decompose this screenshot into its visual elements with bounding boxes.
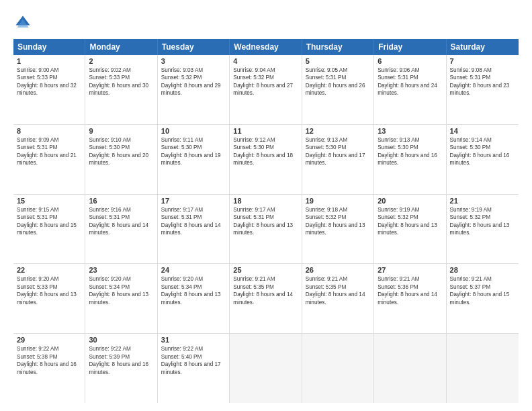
calendar-cell: 26Sunrise: 9:21 AMSunset: 5:35 PMDayligh… [302, 264, 374, 333]
calendar-row: 29Sunrise: 9:22 AMSunset: 5:38 PMDayligh… [13, 334, 519, 403]
calendar-header-cell: Sunday [13, 39, 85, 55]
cell-info: Sunrise: 9:21 AMSunset: 5:37 PMDaylight:… [450, 275, 515, 306]
day-number: 15 [17, 197, 81, 205]
day-number: 10 [161, 127, 226, 135]
calendar-cell: 21Sunrise: 9:19 AMSunset: 5:32 PMDayligh… [447, 195, 519, 264]
day-number: 6 [378, 57, 442, 65]
cell-info: Sunrise: 9:06 AMSunset: 5:31 PMDaylight:… [378, 66, 442, 97]
day-number: 30 [89, 336, 153, 344]
day-number: 20 [378, 197, 442, 205]
calendar-page: SundayMondayTuesdayWednesdayThursdayFrid… [0, 0, 532, 411]
cell-info: Sunrise: 9:14 AMSunset: 5:30 PMDaylight:… [450, 136, 515, 167]
calendar-row: 1Sunrise: 9:00 AMSunset: 5:33 PMDaylight… [13, 55, 519, 125]
day-number: 14 [450, 127, 515, 135]
cell-info: Sunrise: 9:11 AMSunset: 5:30 PMDaylight:… [161, 136, 226, 167]
cell-info: Sunrise: 9:19 AMSunset: 5:32 PMDaylight:… [450, 206, 515, 237]
day-number: 11 [233, 127, 298, 135]
logo-icon [13, 13, 32, 32]
day-number: 7 [450, 57, 515, 65]
calendar-header-cell: Friday [374, 39, 446, 55]
cell-info: Sunrise: 9:13 AMSunset: 5:30 PMDaylight:… [306, 136, 370, 167]
calendar-cell: 22Sunrise: 9:20 AMSunset: 5:33 PMDayligh… [13, 264, 85, 333]
cell-info: Sunrise: 9:16 AMSunset: 5:31 PMDaylight:… [89, 206, 153, 237]
calendar-cell: 6Sunrise: 9:06 AMSunset: 5:31 PMDaylight… [374, 55, 446, 124]
calendar-cell: 25Sunrise: 9:21 AMSunset: 5:35 PMDayligh… [230, 264, 302, 333]
day-number: 12 [306, 127, 370, 135]
calendar-cell: 3Sunrise: 9:03 AMSunset: 5:32 PMDaylight… [158, 55, 230, 124]
calendar-cell: 30Sunrise: 9:22 AMSunset: 5:39 PMDayligh… [85, 334, 157, 403]
calendar-cell: 13Sunrise: 9:13 AMSunset: 5:30 PMDayligh… [374, 125, 446, 194]
calendar-header-cell: Wednesday [230, 39, 302, 55]
day-number: 31 [161, 336, 226, 344]
day-number: 22 [17, 266, 81, 274]
day-number: 28 [450, 266, 515, 274]
calendar-body: 1Sunrise: 9:00 AMSunset: 5:33 PMDaylight… [13, 55, 519, 403]
calendar-cell: 18Sunrise: 9:17 AMSunset: 5:31 PMDayligh… [230, 195, 302, 264]
calendar-header-cell: Thursday [302, 39, 374, 55]
calendar-cell: 4Sunrise: 9:04 AMSunset: 5:32 PMDaylight… [230, 55, 302, 124]
calendar-cell: 17Sunrise: 9:17 AMSunset: 5:31 PMDayligh… [158, 195, 230, 264]
cell-info: Sunrise: 9:04 AMSunset: 5:32 PMDaylight:… [233, 66, 298, 97]
day-number: 27 [378, 266, 442, 274]
cell-info: Sunrise: 9:19 AMSunset: 5:32 PMDaylight:… [378, 206, 442, 237]
calendar-cell [374, 334, 446, 403]
cell-info: Sunrise: 9:21 AMSunset: 5:35 PMDaylight:… [233, 275, 298, 306]
cell-info: Sunrise: 9:05 AMSunset: 5:31 PMDaylight:… [306, 66, 370, 97]
cell-info: Sunrise: 9:18 AMSunset: 5:32 PMDaylight:… [306, 206, 370, 237]
calendar-row: 8Sunrise: 9:09 AMSunset: 5:31 PMDaylight… [13, 125, 519, 195]
cell-info: Sunrise: 9:12 AMSunset: 5:30 PMDaylight:… [233, 136, 298, 167]
day-number: 1 [17, 57, 81, 65]
day-number: 19 [306, 197, 370, 205]
calendar-cell: 2Sunrise: 9:02 AMSunset: 5:33 PMDaylight… [85, 55, 157, 124]
day-number: 3 [161, 57, 226, 65]
calendar-header-cell: Saturday [447, 39, 519, 55]
calendar-row: 15Sunrise: 9:15 AMSunset: 5:31 PMDayligh… [13, 195, 519, 265]
day-number: 8 [17, 127, 81, 135]
day-number: 23 [89, 266, 153, 274]
day-number: 9 [89, 127, 153, 135]
calendar-cell: 1Sunrise: 9:00 AMSunset: 5:33 PMDaylight… [13, 55, 85, 124]
cell-info: Sunrise: 9:22 AMSunset: 5:39 PMDaylight:… [89, 345, 153, 376]
calendar-cell: 12Sunrise: 9:13 AMSunset: 5:30 PMDayligh… [302, 125, 374, 194]
calendar-cell: 15Sunrise: 9:15 AMSunset: 5:31 PMDayligh… [13, 195, 85, 264]
calendar-cell: 9Sunrise: 9:10 AMSunset: 5:30 PMDaylight… [85, 125, 157, 194]
day-number: 17 [161, 197, 226, 205]
calendar-cell [447, 334, 519, 403]
calendar: SundayMondayTuesdayWednesdayThursdayFrid… [13, 39, 519, 403]
day-number: 25 [233, 266, 298, 274]
cell-info: Sunrise: 9:03 AMSunset: 5:32 PMDaylight:… [161, 66, 226, 97]
cell-info: Sunrise: 9:10 AMSunset: 5:30 PMDaylight:… [89, 136, 153, 167]
day-number: 18 [233, 197, 298, 205]
cell-info: Sunrise: 9:00 AMSunset: 5:33 PMDaylight:… [17, 66, 81, 97]
calendar-cell: 14Sunrise: 9:14 AMSunset: 5:30 PMDayligh… [447, 125, 519, 194]
cell-info: Sunrise: 9:08 AMSunset: 5:31 PMDaylight:… [450, 66, 515, 97]
cell-info: Sunrise: 9:22 AMSunset: 5:40 PMDaylight:… [161, 345, 226, 376]
calendar-cell: 16Sunrise: 9:16 AMSunset: 5:31 PMDayligh… [85, 195, 157, 264]
calendar-header-cell: Monday [85, 39, 157, 55]
day-number: 21 [450, 197, 515, 205]
calendar-cell: 11Sunrise: 9:12 AMSunset: 5:30 PMDayligh… [230, 125, 302, 194]
page-header [13, 11, 519, 32]
calendar-cell: 10Sunrise: 9:11 AMSunset: 5:30 PMDayligh… [158, 125, 230, 194]
calendar-cell: 31Sunrise: 9:22 AMSunset: 5:40 PMDayligh… [158, 334, 230, 403]
cell-info: Sunrise: 9:15 AMSunset: 5:31 PMDaylight:… [17, 206, 81, 237]
cell-info: Sunrise: 9:17 AMSunset: 5:31 PMDaylight:… [233, 206, 298, 237]
day-number: 4 [233, 57, 298, 65]
calendar-row: 22Sunrise: 9:20 AMSunset: 5:33 PMDayligh… [13, 264, 519, 334]
day-number: 29 [17, 336, 81, 344]
day-number: 2 [89, 57, 153, 65]
cell-info: Sunrise: 9:20 AMSunset: 5:34 PMDaylight:… [161, 275, 226, 306]
calendar-cell [302, 334, 374, 403]
day-number: 24 [161, 266, 226, 274]
calendar-cell [230, 334, 302, 403]
calendar-cell: 7Sunrise: 9:08 AMSunset: 5:31 PMDaylight… [447, 55, 519, 124]
day-number: 13 [378, 127, 442, 135]
calendar-header: SundayMondayTuesdayWednesdayThursdayFrid… [13, 39, 519, 55]
cell-info: Sunrise: 9:22 AMSunset: 5:38 PMDaylight:… [17, 345, 81, 376]
calendar-cell: 29Sunrise: 9:22 AMSunset: 5:38 PMDayligh… [13, 334, 85, 403]
calendar-cell: 5Sunrise: 9:05 AMSunset: 5:31 PMDaylight… [302, 55, 374, 124]
cell-info: Sunrise: 9:20 AMSunset: 5:33 PMDaylight:… [17, 275, 81, 306]
cell-info: Sunrise: 9:21 AMSunset: 5:35 PMDaylight:… [306, 275, 370, 306]
calendar-cell: 27Sunrise: 9:21 AMSunset: 5:36 PMDayligh… [374, 264, 446, 333]
day-number: 26 [306, 266, 370, 274]
